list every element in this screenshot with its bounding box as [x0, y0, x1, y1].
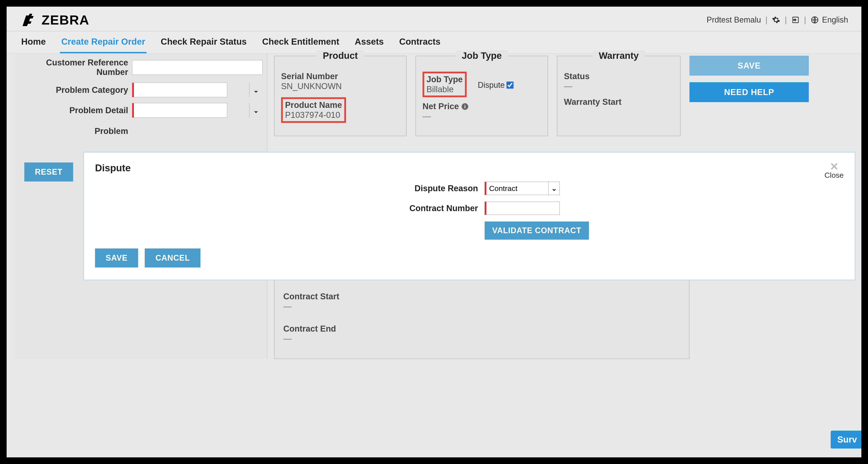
language-label[interactable]: English [822, 15, 848, 25]
nav-contracts[interactable]: Contracts [398, 34, 442, 53]
customer-reference-number-label: Customer Reference Number [24, 58, 128, 77]
modal-contract-number-label: Contract Number [407, 204, 478, 213]
nav-check-repair-status[interactable]: Check Repair Status [159, 34, 248, 53]
warranty-status-label: Status [564, 72, 674, 81]
chevron-down-icon: ⌄ [249, 83, 262, 97]
dispute-reason-select[interactable] [485, 182, 560, 195]
user-area: Prdtest Bemalu | | | English [707, 15, 848, 25]
main-nav: Home Create Repair Order Check Repair St… [7, 31, 861, 54]
info-icon[interactable]: i [462, 103, 468, 110]
dispute-checkbox[interactable] [506, 82, 514, 89]
warranty-card: Warranty Status — Warranty Start [557, 56, 681, 136]
product-card: Product Serial Number SN_UNKNOWN Product… [274, 56, 407, 136]
warranty-status-value: — [564, 82, 674, 91]
job-type-label: Job Type [427, 75, 463, 84]
brand-text: ZEBRA [41, 12, 90, 28]
modal-save-button[interactable]: SAVE [95, 248, 138, 268]
serial-number-label: Serial Number [281, 72, 400, 81]
net-price-value: — [423, 112, 541, 121]
product-name-label: Product Name [285, 100, 342, 110]
modal-close-button[interactable]: ✕ Close [825, 162, 844, 180]
contract-end-value: — [283, 334, 401, 343]
dispute-reason-label: Dispute Reason [407, 184, 478, 193]
warranty-start-label: Warranty Start [564, 97, 674, 107]
contract-start-label: Contract Start [283, 292, 401, 301]
survey-tab[interactable]: Surv [831, 431, 861, 448]
logout-icon[interactable] [791, 16, 800, 24]
right-button-column: SAVE NEED HELP [689, 56, 809, 136]
modal-title: Dispute [95, 162, 131, 174]
brand-logo: ZEBRA [20, 11, 90, 29]
dispute-modal: Dispute ✕ Close Dispute Reason ⌄ [84, 153, 855, 280]
job-type-value: Billable [427, 85, 463, 94]
nav-home[interactable]: Home [20, 34, 47, 53]
modal-cancel-button[interactable]: CANCEL [145, 248, 200, 268]
contract-end-label: Contract End [283, 324, 401, 334]
validate-contract-button[interactable]: VALIDATE CONTRACT [485, 221, 589, 240]
job-type-card: Job Type Job Type Billable Dispute [415, 56, 548, 136]
product-name-highlight: Product Name P1037974-010 [281, 97, 346, 123]
top-bar: ZEBRA Prdtest Bemalu | | | English [7, 7, 861, 31]
zebra-head-icon [20, 11, 37, 29]
net-price-label: Net Price i [423, 102, 541, 111]
chevron-down-icon: ⌄ [249, 103, 262, 118]
problem-detail-label: Problem Detail [24, 106, 128, 115]
problem-partial-label: Problem [24, 126, 128, 136]
reset-button[interactable]: RESET [24, 162, 73, 182]
nav-create-repair-order[interactable]: Create Repair Order [60, 34, 147, 53]
need-help-button[interactable]: NEED HELP [689, 82, 809, 102]
serial-number-value: SN_UNKNOWN [281, 82, 400, 91]
close-icon: ✕ [825, 162, 844, 171]
problem-category-select[interactable] [132, 83, 227, 97]
save-button[interactable]: SAVE [689, 56, 809, 75]
user-name: Prdtest Bemalu [707, 15, 761, 25]
job-type-card-title: Job Type [456, 51, 508, 61]
customer-reference-number-input[interactable] [132, 60, 262, 75]
problem-detail-select[interactable] [132, 103, 227, 118]
gear-icon[interactable] [772, 16, 780, 24]
dispute-label: Dispute [478, 81, 505, 90]
job-type-highlight: Job Type Billable [423, 72, 467, 97]
modal-contract-number-input[interactable] [485, 202, 560, 215]
warranty-card-title: Warranty [593, 51, 645, 61]
problem-category-label: Problem Category [24, 85, 128, 95]
product-name-value: P1037974-010 [285, 110, 342, 120]
product-card-title: Product [317, 51, 364, 61]
contract-start-value: — [283, 302, 401, 311]
globe-icon[interactable] [810, 16, 819, 24]
modal-close-label: Close [825, 171, 844, 180]
